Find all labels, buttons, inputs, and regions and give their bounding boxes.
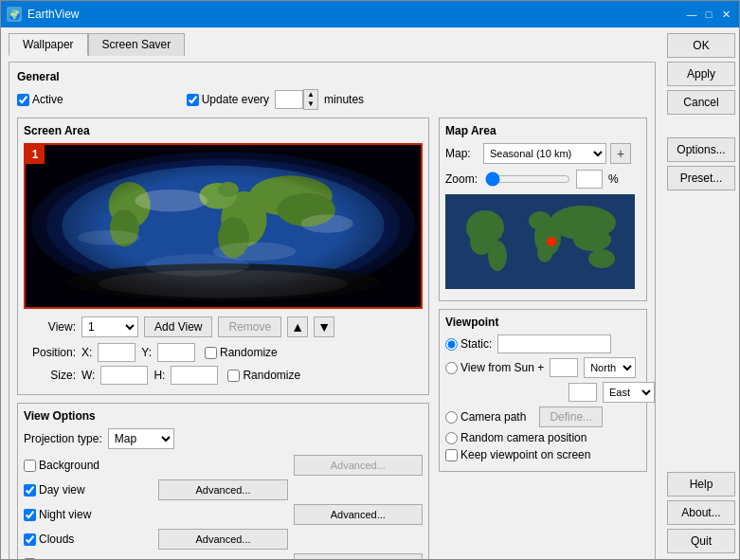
clouds-advanced-button[interactable]: Advanced... [158, 529, 287, 550]
ok-button[interactable]: OK [667, 33, 735, 58]
randomize1-text: Randomize [220, 346, 278, 359]
night-view-advanced-button[interactable]: Advanced... [294, 504, 423, 525]
randomize2-label[interactable]: Randomize [227, 369, 300, 382]
tab-content: General Active Update every [9, 62, 656, 559]
clouds-text: Clouds [39, 533, 74, 546]
define-button[interactable]: Define... [539, 406, 603, 427]
arrow-up-button[interactable]: ▲ [287, 316, 308, 337]
arrow-down-button[interactable]: ▼ [314, 316, 334, 337]
main-area: Wallpaper Screen Saver General Active [1, 27, 663, 559]
top-button-group: OK Apply Cancel Options... Preset... [667, 33, 733, 190]
background-checkbox[interactable] [24, 460, 36, 472]
remove-button[interactable]: Remove [218, 316, 281, 337]
view-from-sun-deg-input[interactable]: 0° [550, 358, 578, 377]
zoom-slider[interactable] [485, 172, 570, 187]
background-label[interactable]: Background [24, 455, 153, 476]
randomize2-checkbox[interactable] [227, 370, 240, 382]
randomize1-label[interactable]: Randomize [205, 346, 278, 359]
randomize1-checkbox[interactable] [205, 347, 217, 359]
day-view-advanced-button[interactable]: Advanced... [158, 479, 287, 500]
tab-bar: Wallpaper Screen Saver [9, 33, 656, 56]
update-value-input[interactable]: 10 [275, 90, 303, 109]
view-label: View: [24, 320, 76, 334]
view-options-grid: Background Advanced... Day view [24, 455, 423, 559]
quit-button[interactable]: Quit [667, 529, 735, 553]
w-input[interactable]: 1920 [100, 366, 148, 385]
view-row: View: 1 Add View Remove ▲ ▼ [24, 316, 423, 337]
view-from-sun-row: View from Sun + 0° North South East West [445, 357, 641, 378]
randomize2-text: Randomize [243, 369, 300, 382]
tab-wallpaper[interactable]: Wallpaper [9, 33, 88, 56]
static-radio[interactable] [445, 338, 458, 351]
x-input[interactable]: 0 [98, 343, 135, 362]
east-deg-input[interactable]: 0° [569, 383, 597, 402]
x-label: X: [81, 346, 92, 359]
camera-path-label: Camera path [460, 410, 526, 424]
cities-text: Cities [39, 557, 67, 559]
add-view-button[interactable]: Add View [144, 316, 212, 337]
general-section: General Active Update every [17, 70, 647, 110]
minimize-button[interactable]: — [684, 7, 699, 22]
h-input[interactable]: 1080 [171, 366, 218, 385]
maximize-button[interactable]: □ [701, 7, 716, 22]
static-radio-label[interactable]: Static: [445, 337, 492, 351]
clouds-label[interactable]: Clouds [24, 529, 153, 550]
view-from-sun-radio-label[interactable]: View from Sun + [445, 361, 544, 374]
static-label: Static: [460, 337, 492, 351]
map-preview [445, 194, 635, 289]
cities-advanced-button[interactable]: Advanced... [294, 553, 423, 559]
active-checkbox[interactable] [17, 94, 29, 106]
random-camera-radio[interactable] [445, 432, 458, 444]
update-checkbox-label[interactable]: Update every [187, 93, 269, 106]
about-button[interactable]: About... [667, 500, 735, 525]
content-area: Wallpaper Screen Saver General Active [1, 27, 739, 559]
camera-path-radio-label[interactable]: Camera path [445, 410, 526, 424]
right-button-panel: OK Apply Cancel Options... Preset... Hel… [663, 27, 739, 559]
h-label: H: [153, 369, 165, 382]
cities-label[interactable]: Cities [24, 553, 153, 559]
update-spinner: 10 ▲ ▼ [275, 89, 318, 110]
keep-viewpoint-checkbox[interactable] [445, 449, 458, 461]
camera-path-radio[interactable] [445, 411, 458, 424]
screen-area-title: Screen Area [24, 124, 423, 137]
position-row: Position: X: 0 Y: 0 Randomize [24, 343, 423, 362]
cancel-button[interactable]: Cancel [667, 90, 735, 115]
position-label: Position: [24, 346, 76, 359]
projection-select[interactable]: Map Globe Flat [108, 428, 174, 449]
view-from-sun-radio[interactable] [445, 362, 458, 374]
spin-down-button[interactable]: ▼ [304, 99, 317, 109]
update-checkbox[interactable] [187, 94, 199, 106]
general-row: Active Update every 10 ▲ ▼ [17, 89, 647, 110]
background-advanced-button[interactable]: Advanced... [294, 455, 423, 476]
day-view-checkbox[interactable] [24, 484, 36, 497]
random-camera-radio-label[interactable]: Random camera position [445, 431, 587, 444]
clouds-checkbox[interactable] [24, 533, 36, 546]
cities-checkbox[interactable] [24, 558, 36, 560]
tab-screen-saver[interactable]: Screen Saver [88, 33, 186, 56]
apply-button[interactable]: Apply [667, 62, 735, 86]
help-button[interactable]: Help [667, 472, 735, 497]
y-input[interactable]: 0 [157, 343, 195, 362]
spin-up-button[interactable]: ▲ [304, 90, 317, 99]
zoom-row: Zoom: 1 % [445, 170, 641, 189]
east-select[interactable]: East West North South [603, 382, 655, 403]
map-area-title: Map Area [445, 124, 641, 137]
keep-viewpoint-label[interactable]: Keep viewpoint on screen [445, 448, 590, 461]
close-button[interactable]: ✕ [718, 7, 733, 22]
zoom-value-input[interactable]: 1 [576, 170, 603, 189]
night-view-label[interactable]: Night view [24, 504, 153, 525]
map-add-button[interactable]: + [610, 143, 631, 164]
preset-button[interactable]: Preset... [667, 166, 735, 190]
coords-input[interactable]: 0.00° N 0.00° E [497, 334, 611, 353]
day-view-text: Day view [39, 483, 85, 497]
app-icon: 🌍 [7, 7, 22, 22]
svg-rect-19 [26, 145, 421, 307]
night-view-checkbox[interactable] [24, 509, 36, 521]
map-select[interactable]: Seasonal (10 km) Blue Marble Relief [483, 143, 606, 164]
north-select[interactable]: North South East West [584, 357, 636, 378]
day-view-label[interactable]: Day view [24, 479, 153, 500]
view-select[interactable]: 1 [81, 316, 138, 337]
options-button[interactable]: Options... [667, 137, 735, 162]
update-label: Update every [202, 93, 269, 106]
active-checkbox-label[interactable]: Active [17, 93, 63, 106]
